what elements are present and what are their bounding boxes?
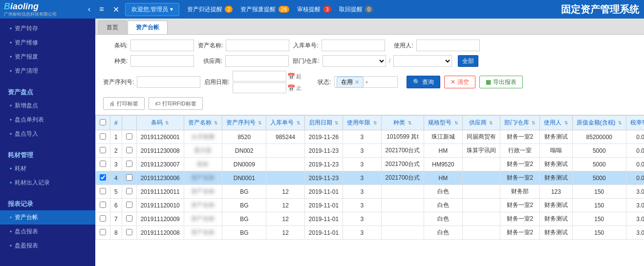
col-tax[interactable]: 税率% ⇅	[626, 116, 644, 130]
row-checkbox-cell2[interactable]	[122, 212, 136, 226]
welcome-button[interactable]: 欢迎您,管理员 ▾	[125, 3, 179, 16]
row-checkbox[interactable]	[100, 215, 106, 222]
sidebar-item-clean[interactable]: 资产清理	[0, 64, 95, 78]
col-start-date[interactable]: 启用日期 ⇅	[304, 116, 343, 130]
row-checkbox2[interactable]	[126, 174, 132, 181]
row-checkbox-cell2[interactable]	[122, 226, 136, 240]
col-user[interactable]: 使用人 ⇅	[540, 116, 572, 130]
sidebar-item-new-inventory[interactable]: 新增盘点	[0, 99, 95, 113]
row-checkbox-cell[interactable]	[96, 144, 110, 158]
row-checkbox2[interactable]	[126, 133, 132, 140]
print-rfid-button[interactable]: 🏷 打印RFID标签	[149, 97, 203, 110]
sidebar-item-scrap[interactable]: 资产报废	[0, 50, 95, 64]
sidebar-item-consumables-record[interactable]: 耗材出入记录	[0, 176, 95, 190]
alert-review[interactable]: 审核提醒 3	[297, 5, 331, 14]
row-checkbox[interactable]	[100, 229, 106, 235]
table-row[interactable]: 3 201911230007 鼠标 DN0009 2019-11-23 3 20…	[96, 158, 644, 171]
alert-scrap[interactable]: 资产报废提醒 28	[240, 5, 289, 14]
tab-asset-ledger[interactable]: 资产台帐	[128, 20, 168, 34]
category-input[interactable]	[130, 55, 194, 67]
row-checkbox[interactable]	[100, 147, 106, 153]
cal-end-icon[interactable]: 📅	[287, 84, 295, 92]
row-checkbox2[interactable]	[126, 229, 132, 235]
sidebar-item-inventory-import[interactable]: 盘点导入	[0, 127, 95, 141]
cal-start-icon[interactable]: 📅	[287, 73, 295, 80]
row-checkbox[interactable]	[100, 188, 106, 194]
back-button[interactable]: ‹	[85, 4, 93, 15]
dept-select[interactable]	[322, 55, 386, 67]
row-checkbox-cell[interactable]	[96, 130, 110, 144]
status-dropdown-icon[interactable]: ▾	[365, 80, 368, 85]
seq-input[interactable]	[137, 76, 200, 88]
row-checkbox-cell2[interactable]	[122, 185, 136, 199]
alert-retrieve[interactable]: 取回提醒 0	[339, 5, 373, 14]
date-start-input[interactable]	[233, 71, 286, 82]
col-select-all[interactable]	[96, 116, 110, 130]
print-tag-button[interactable]: 🖨 打印标签	[103, 97, 145, 110]
table-row[interactable]: 8 201911120008 资产名称 BG 12 2019-11-01 3 白…	[96, 226, 644, 240]
row-barcode: 201911120011	[136, 185, 184, 199]
col-asset-name[interactable]: 资产名称 ⇅	[184, 116, 222, 130]
row-checkbox2[interactable]	[126, 188, 132, 194]
table-row[interactable]: 6 201911120010 资产名称 BG 12 2019-11-01 3 白…	[96, 199, 644, 212]
row-checkbox-cell2[interactable]	[122, 158, 136, 171]
in-order-input[interactable]	[322, 40, 385, 51]
table-row[interactable]: 2 201911230008 显示器 DN002 2019-11-23 3 20…	[96, 144, 644, 158]
row-checkbox[interactable]	[100, 202, 106, 208]
sidebar-item-inventory-list[interactable]: 盘点单列表	[0, 113, 95, 127]
row-checkbox-cell[interactable]	[96, 199, 110, 212]
alert-return[interactable]: 资产归还提醒 2	[187, 5, 233, 14]
barcode-input[interactable]	[130, 40, 194, 51]
col-spec[interactable]: 规格型号 ⇅	[424, 116, 462, 130]
col-supplier[interactable]: 供应商 ⇅	[462, 116, 500, 130]
row-checkbox-cell[interactable]	[96, 212, 110, 226]
close-nav-button[interactable]: ✕	[110, 4, 122, 15]
date-end-input[interactable]	[233, 82, 286, 93]
table-row[interactable]: 1 201911260001 台式电脑 8520 985244 2019-11-…	[96, 130, 644, 144]
sidebar-item-repair[interactable]: 资产维修	[0, 36, 95, 50]
asset-name-input[interactable]	[226, 40, 289, 51]
col-years[interactable]: 使用年限 ⇅	[343, 116, 381, 130]
table-row[interactable]: 7 201911120009 资产名称 BG 12 2019-11-01 3 白…	[96, 212, 644, 226]
row-checkbox2[interactable]	[126, 161, 132, 167]
row-checkbox-cell2[interactable]	[122, 130, 136, 144]
table-row[interactable]: 5 201911120011 资产名称 BG 12 2019-11-01 3 白…	[96, 185, 644, 199]
col-amount[interactable]: 原值金额(含税) ⇅	[572, 116, 626, 130]
row-checkbox2[interactable]	[126, 202, 132, 208]
col-barcode[interactable]: 条码 ⇅	[136, 116, 184, 130]
status-tag-close[interactable]: ✕	[355, 79, 359, 85]
tab-home[interactable]: 首页	[98, 20, 127, 34]
col-dept[interactable]: 部门/仓库 ⇅	[500, 116, 540, 130]
row-checkbox-cell[interactable]	[96, 158, 110, 171]
clear-button[interactable]: ✕ 清空	[444, 76, 475, 88]
supplier-input[interactable]	[225, 55, 289, 67]
sidebar-item-transfer[interactable]: 资产转存	[0, 21, 95, 36]
row-checkbox2[interactable]	[126, 147, 132, 153]
col-in-order[interactable]: 入库单号 ⇅	[266, 116, 304, 130]
row-checkbox-cell[interactable]	[96, 226, 110, 240]
row-checkbox-cell2[interactable]	[122, 171, 136, 185]
select-all-checkbox[interactable]	[100, 119, 106, 125]
user-input[interactable]	[416, 40, 480, 51]
all-btn[interactable]: 全部	[458, 55, 478, 67]
col-category[interactable]: 种类 ⇅	[381, 116, 424, 130]
row-checkbox2[interactable]	[126, 215, 132, 222]
row-checkbox-cell[interactable]	[96, 171, 110, 185]
col-seq[interactable]: 资产序列号 ⇅	[222, 116, 266, 130]
table-row[interactable]: 4 201911230006 资产名称 DN0001 2019-11-23 3 …	[96, 171, 644, 185]
row-checkbox-cell2[interactable]	[122, 144, 136, 158]
sidebar-item-asset-ledger[interactable]: 资产台帐	[0, 210, 95, 225]
row-checkbox-cell2[interactable]	[122, 199, 136, 212]
status-select-wrap[interactable]: 在用 ✕ ▾	[334, 76, 398, 88]
search-button[interactable]: 🔍 查询	[407, 76, 440, 88]
export-button[interactable]: ▦ 导出报表	[479, 76, 523, 88]
row-checkbox[interactable]	[100, 133, 106, 140]
row-checkbox[interactable]	[100, 161, 106, 167]
sidebar-item-inventory-report[interactable]: 盘点报表	[0, 225, 95, 239]
sidebar-item-surplus-report[interactable]: 盘盈报表	[0, 239, 95, 253]
sidebar-item-consumables[interactable]: 耗材	[0, 162, 95, 176]
row-checkbox-cell[interactable]	[96, 185, 110, 199]
forward-button[interactable]: ≡	[96, 4, 107, 15]
row-checkbox[interactable]	[100, 174, 106, 181]
dept-sub-select[interactable]	[393, 55, 452, 67]
